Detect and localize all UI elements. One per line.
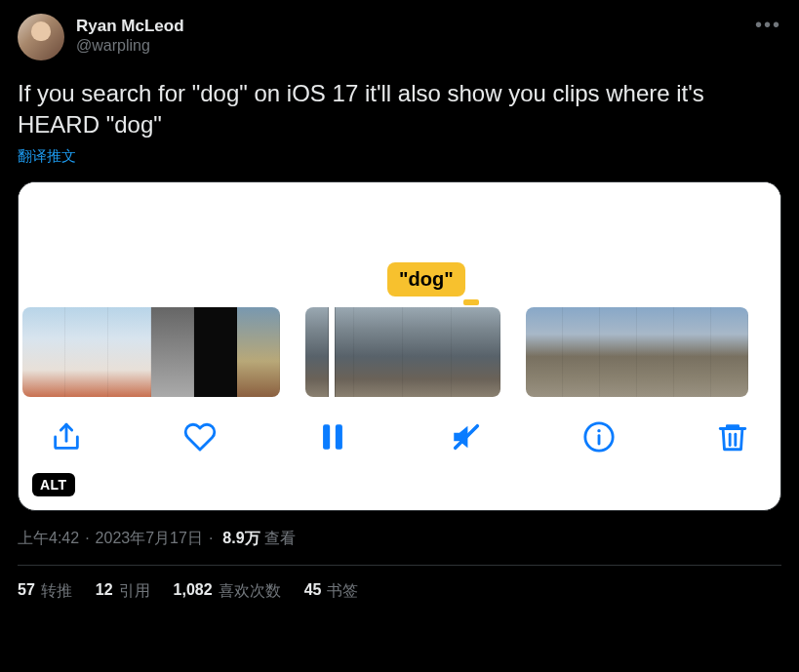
thumbnail xyxy=(600,307,637,397)
thumbnail xyxy=(237,307,280,397)
stats-row: 57 转推 12 引用 1,082 喜欢次数 45 书签 xyxy=(18,566,781,602)
quotes-count: 12 xyxy=(96,581,113,602)
quotes-label: 引用 xyxy=(119,581,150,602)
tweet-time[interactable]: 上午4:42 xyxy=(18,529,79,549)
likes-label: 喜欢次数 xyxy=(219,581,281,602)
thumbnail xyxy=(526,307,563,397)
tweet-header: Ryan McLeod @warpling ••• xyxy=(18,14,781,60)
thumbnail xyxy=(354,307,403,397)
views-count: 8.9万 xyxy=(222,529,260,549)
translate-link[interactable]: 翻译推文 xyxy=(18,147,781,166)
quotes-stat[interactable]: 12 引用 xyxy=(96,581,150,602)
display-name[interactable]: Ryan McLeod xyxy=(76,16,184,36)
bookmarks-label: 书签 xyxy=(327,581,358,602)
likes-stat[interactable]: 1,082 喜欢次数 xyxy=(174,581,281,602)
media-top-area: "dog" xyxy=(19,182,780,307)
bookmarks-count: 45 xyxy=(304,581,322,602)
tweet-container: Ryan McLeod @warpling ••• If you search … xyxy=(0,0,799,602)
caption-marker xyxy=(463,299,479,305)
likes-count: 1,082 xyxy=(174,581,213,602)
thumbnail xyxy=(637,307,674,397)
thumbnail xyxy=(403,307,452,397)
thumbnail xyxy=(194,307,237,397)
thumbnail xyxy=(674,307,711,397)
clip-group-1[interactable] xyxy=(22,307,280,397)
playhead[interactable] xyxy=(329,307,335,397)
pause-icon[interactable] xyxy=(316,420,349,454)
svg-rect-1 xyxy=(336,424,342,450)
separator: · xyxy=(85,530,89,547)
views-label: 查看 xyxy=(264,529,296,549)
author-names: Ryan McLeod @warpling xyxy=(76,16,184,56)
separator: · xyxy=(209,530,213,547)
alt-badge[interactable]: ALT xyxy=(32,473,75,496)
retweets-stat[interactable]: 57 转推 xyxy=(18,581,72,602)
svg-point-5 xyxy=(598,429,601,432)
share-icon[interactable] xyxy=(50,420,83,454)
tweet-date[interactable]: 2023年7月17日 xyxy=(96,529,203,549)
tweet-text: If you search for "dog" on iOS 17 it'll … xyxy=(18,78,781,141)
handle[interactable]: @warpling xyxy=(76,36,184,56)
thumbnail xyxy=(452,307,500,397)
mute-icon[interactable] xyxy=(450,420,483,454)
more-button[interactable]: ••• xyxy=(755,14,781,36)
media-toolbar xyxy=(19,397,780,475)
clip-group-2[interactable] xyxy=(305,307,500,397)
heart-icon[interactable] xyxy=(183,420,217,454)
avatar[interactable] xyxy=(18,14,64,60)
info-icon[interactable] xyxy=(582,420,616,454)
meta-row: 上午4:42 · 2023年7月17日 · 8.9万 查看 xyxy=(18,529,781,549)
caption-bubble: "dog" xyxy=(387,262,465,296)
bookmarks-stat[interactable]: 45 书签 xyxy=(304,581,359,602)
svg-rect-0 xyxy=(323,424,330,450)
thumbnail xyxy=(65,307,108,397)
retweets-label: 转推 xyxy=(41,581,72,602)
thumbnail xyxy=(711,307,748,397)
media-card: "dog" xyxy=(18,181,781,511)
thumbnail xyxy=(151,307,194,397)
retweets-count: 57 xyxy=(18,581,35,602)
thumbnail xyxy=(22,307,65,397)
trash-icon[interactable] xyxy=(716,420,749,454)
video-timeline[interactable] xyxy=(19,307,780,397)
thumbnail xyxy=(108,307,151,397)
clip-group-3[interactable] xyxy=(526,307,748,397)
thumbnail xyxy=(563,307,600,397)
